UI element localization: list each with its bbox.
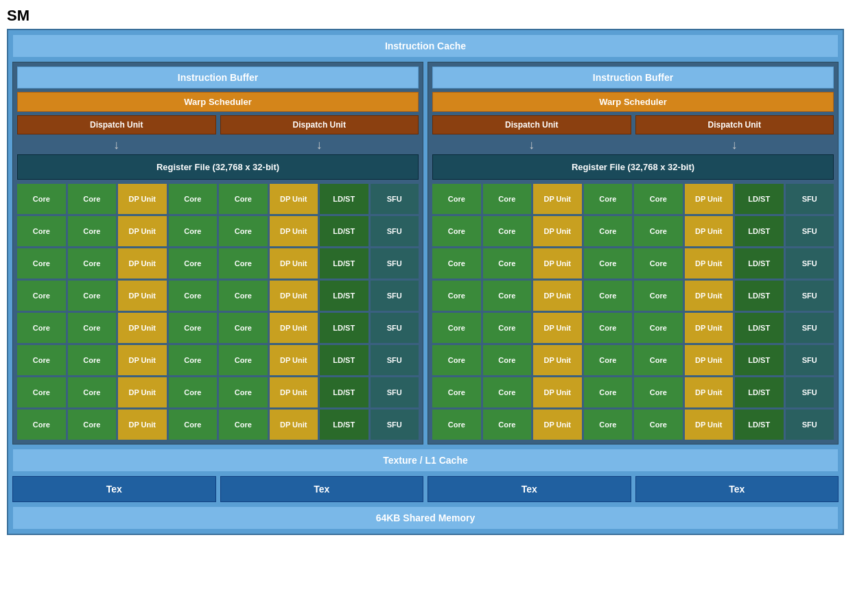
right-dispatch-unit-2: Dispatch Unit (635, 115, 834, 134)
tex-unit-4: Tex (635, 476, 839, 502)
left-core-grid: Core Core DP Unit Core Core DP Unit LD/S… (17, 184, 419, 440)
list-item: LD/ST (735, 313, 784, 343)
list-item: Core (634, 281, 683, 311)
list-item: SFU (371, 248, 419, 279)
list-item: Core (68, 345, 117, 375)
list-item: Core (17, 184, 66, 214)
list-item: Core (68, 248, 117, 279)
list-item: SFU (371, 377, 419, 407)
list-item: SFU (371, 216, 419, 246)
list-item: Core (169, 313, 218, 343)
list-item: Core (17, 377, 66, 407)
left-arrow-row: ↓ ↓ (17, 138, 419, 152)
list-item: LD/ST (735, 184, 784, 214)
left-half: Instruction Buffer Warp Scheduler Dispat… (12, 62, 423, 445)
list-item: DP Unit (118, 216, 167, 246)
list-item: LD/ST (735, 345, 784, 375)
left-arrow-1: ↓ (17, 138, 216, 152)
list-item: DP Unit (270, 281, 318, 311)
list-item: Core (68, 377, 117, 407)
list-item: LD/ST (735, 281, 784, 311)
list-item: Core (68, 281, 117, 311)
list-item: DP Unit (270, 248, 318, 279)
list-item: Core (483, 410, 532, 440)
list-item: DP Unit (533, 410, 582, 440)
list-item: Core (634, 377, 683, 407)
list-item: DP Unit (685, 377, 734, 407)
list-item: SFU (786, 184, 834, 214)
right-warp-scheduler: Warp Scheduler (432, 92, 834, 112)
list-item: DP Unit (685, 248, 734, 279)
list-item: Core (17, 313, 66, 343)
list-item: Core (17, 216, 66, 246)
list-item: Core (432, 216, 481, 246)
list-item: Core (634, 184, 683, 214)
list-item: SFU (371, 345, 419, 375)
two-col-layout: Instruction Buffer Warp Scheduler Dispat… (12, 62, 839, 445)
list-item: SFU (786, 281, 834, 311)
list-item: Core (584, 345, 633, 375)
list-item: Core (584, 248, 633, 279)
list-item: Core (68, 184, 117, 214)
right-dispatch-row: Dispatch Unit Dispatch Unit (432, 115, 834, 134)
list-item: Core (169, 216, 218, 246)
list-item: DP Unit (270, 377, 318, 407)
right-core-grid: Core Core DP Unit Core Core DP Unit LD/S… (432, 184, 834, 440)
list-item: Core (432, 248, 481, 279)
list-item: Core (634, 216, 683, 246)
left-dispatch-row: Dispatch Unit Dispatch Unit (17, 115, 419, 134)
list-item: LD/ST (735, 377, 784, 407)
list-item: DP Unit (270, 410, 318, 440)
list-item: Core (584, 184, 633, 214)
list-item: SFU (786, 377, 834, 407)
list-item: LD/ST (735, 248, 784, 279)
list-item: DP Unit (270, 313, 318, 343)
list-item: Core (17, 410, 66, 440)
list-item: Core (432, 184, 481, 214)
list-item: DP Unit (533, 345, 582, 375)
list-item: DP Unit (533, 281, 582, 311)
list-item: Core (17, 345, 66, 375)
list-item: Core (432, 377, 481, 407)
list-item: DP Unit (533, 216, 582, 246)
list-item: Core (68, 216, 117, 246)
list-item: DP Unit (118, 248, 167, 279)
list-item: LD/ST (320, 216, 368, 246)
list-item: LD/ST (320, 248, 368, 279)
instruction-cache: Instruction Cache (12, 34, 839, 58)
list-item: Core (634, 345, 683, 375)
list-item: DP Unit (533, 184, 582, 214)
list-item: DP Unit (270, 216, 318, 246)
list-item: Core (432, 410, 481, 440)
tex-row: Tex Tex Tex Tex (12, 476, 839, 502)
list-item: SFU (371, 281, 419, 311)
tex-unit-1: Tex (12, 476, 216, 502)
list-item: Core (432, 345, 481, 375)
list-item: Core (17, 248, 66, 279)
list-item: DP Unit (685, 281, 734, 311)
list-item: Core (634, 410, 683, 440)
left-warp-scheduler: Warp Scheduler (17, 92, 419, 112)
list-item: Core (17, 281, 66, 311)
list-item: DP Unit (118, 281, 167, 311)
list-item: SFU (786, 410, 834, 440)
list-item: SFU (371, 313, 419, 343)
list-item: Core (634, 313, 683, 343)
left-instruction-buffer: Instruction Buffer (17, 67, 419, 88)
list-item: DP Unit (118, 410, 167, 440)
list-item: Core (169, 345, 218, 375)
list-item: DP Unit (685, 345, 734, 375)
list-item: Core (68, 410, 117, 440)
list-item: Core (634, 248, 683, 279)
list-item: DP Unit (533, 313, 582, 343)
list-item: LD/ST (320, 377, 368, 407)
list-item: Core (219, 313, 268, 343)
list-item: DP Unit (685, 313, 734, 343)
list-item: LD/ST (735, 216, 784, 246)
list-item: Core (584, 216, 633, 246)
right-arrow-row: ↓ ↓ (432, 138, 834, 152)
shared-memory: 64KB Shared Memory (12, 506, 839, 530)
list-item: Core (432, 313, 481, 343)
list-item: DP Unit (533, 377, 582, 407)
list-item: Core (483, 184, 532, 214)
